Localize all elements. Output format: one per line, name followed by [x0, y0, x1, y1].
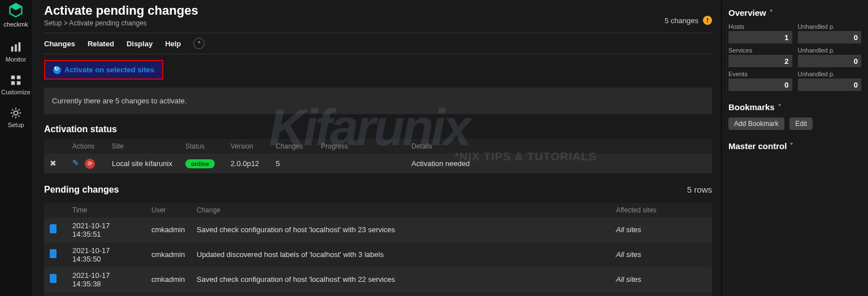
breadcrumb: Setup > Activate pending changes [44, 19, 712, 27]
table-row: 2021-10-17 14:35:38cmkadminSaved check c… [44, 267, 712, 292]
svg-rect-8 [17, 81, 20, 85]
chevron-up-icon: ˄ [770, 9, 773, 16]
restart-icon[interactable]: ⟳ [85, 159, 95, 169]
edit-bookmark-button[interactable]: Edit [789, 117, 813, 130]
collapse-toggle[interactable]: ˄ [193, 38, 205, 49]
nav-customize[interactable]: Customize [0, 68, 32, 101]
gear-icon [10, 107, 22, 119]
host-icon [50, 274, 57, 283]
svg-rect-5 [11, 76, 15, 79]
master-control-title[interactable]: Master control ˅ [728, 141, 861, 151]
menu-help[interactable]: Help [165, 40, 181, 48]
hosts-count[interactable]: 1 [728, 31, 792, 43]
table-row: 2021-10-17 14:35:51cmkadminSaved check c… [44, 217, 712, 242]
master-control-section: Master control ˅ [728, 141, 861, 151]
status-badge: online [185, 159, 215, 168]
nav-monitor[interactable]: Monitor [0, 36, 32, 68]
svg-rect-4 [19, 42, 21, 52]
svg-rect-2 [11, 46, 14, 51]
menu-related[interactable]: Related [88, 40, 114, 48]
svg-rect-3 [15, 45, 17, 52]
activate-on-selected-button[interactable]: Activate on selected sites [44, 60, 163, 80]
changes-count: 5 changes ! [665, 16, 712, 25]
bookmarks-title[interactable]: Bookmarks ˄ [728, 102, 861, 112]
activation-status-table: Actions Site Status Version Changes Prog… [44, 139, 712, 173]
info-bar: Currently there are 5 changes to activat… [44, 88, 712, 114]
pending-changes-table: Time User Change Affected sites 2021-10-… [44, 203, 712, 297]
page-title: Activate pending changes [44, 3, 712, 18]
unhandled-hosts[interactable]: 0 [798, 31, 862, 43]
close-icon[interactable]: ✖ [50, 159, 57, 168]
pending-changes-title: Pending changes [44, 185, 119, 195]
menu-display[interactable]: Display [127, 40, 153, 48]
nav-setup[interactable]: Setup [0, 101, 32, 134]
chevron-up-icon: ˄ [198, 41, 201, 47]
add-bookmark-button[interactable]: Add Bookmark [728, 117, 784, 130]
table-row: 2021-10-17 14:35:37cmkadminUpdated disco… [44, 292, 712, 297]
brand-text: checkmk [3, 21, 28, 28]
bookmarks-section: Bookmarks ˄ Add Bookmark Edit [728, 102, 861, 130]
warning-icon: ! [703, 16, 712, 25]
main-content: Activate pending changes Setup > Activat… [32, 0, 721, 296]
menu-changes[interactable]: Changes [44, 40, 75, 48]
svg-rect-6 [17, 76, 20, 79]
chevron-down-icon: ˅ [790, 142, 793, 150]
services-count[interactable]: 2 [728, 55, 792, 67]
checkmk-logo-icon [8, 2, 24, 18]
svg-point-9 [14, 111, 18, 115]
left-nav: checkmk Monitor Customize Setup [0, 0, 32, 296]
host-icon [50, 249, 57, 258]
svg-marker-1 [10, 3, 22, 10]
activation-row: ✖ ✎ ⟳ Local site kifarunix online 2.0.0p… [44, 154, 712, 173]
svg-rect-7 [11, 81, 15, 85]
host-icon [50, 224, 57, 233]
menu-bar: Changes Related Display Help ˄ [44, 33, 712, 54]
overview-section: Overview ˄ Hosts 1 Unhandled p. 0 Servic… [728, 8, 861, 91]
edit-icon[interactable]: ✎ [72, 158, 79, 167]
rows-count: 5 rows [687, 185, 712, 194]
events-count[interactable]: 0 [728, 79, 792, 91]
right-panel: Overview ˄ Hosts 1 Unhandled p. 0 Servic… [721, 0, 868, 296]
overview-title[interactable]: Overview ˄ [728, 8, 861, 18]
bars-icon [10, 41, 22, 54]
chevron-up-icon: ˄ [778, 103, 782, 111]
grid-icon [10, 74, 22, 86]
unhandled-services[interactable]: 0 [798, 55, 862, 67]
activation-status-title: Activation status [44, 124, 712, 134]
table-row: 2021-10-17 14:35:50cmkadminUpdated disco… [44, 242, 712, 267]
unhandled-events[interactable]: 0 [798, 79, 862, 91]
logo[interactable]: checkmk [3, 2, 28, 28]
refresh-icon [53, 66, 61, 74]
